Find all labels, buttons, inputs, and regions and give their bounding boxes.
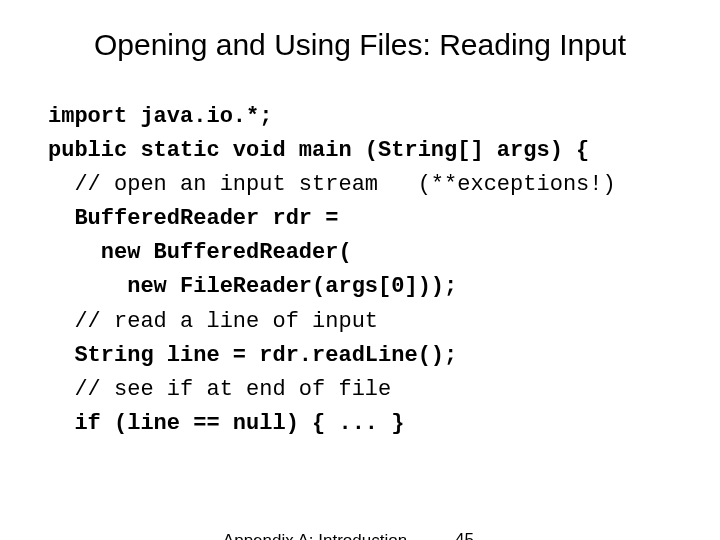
code-line: BufferedReader rdr = bbox=[48, 206, 338, 231]
code-line: import java.io.*; bbox=[48, 104, 272, 129]
slide: Opening and Using Files: Reading Input i… bbox=[0, 0, 720, 540]
page-number: 45 bbox=[455, 530, 474, 540]
code-comment: // read a line of input bbox=[48, 309, 378, 334]
code-line: public static void main (String[] args) … bbox=[48, 138, 589, 163]
code-line: String line = rdr.readLine(); bbox=[48, 343, 457, 368]
code-line: if (line == null) { ... } bbox=[48, 411, 404, 436]
code-comment: // see if at end of file bbox=[48, 377, 391, 402]
code-comment: // open an input stream (**exceptions!) bbox=[48, 172, 616, 197]
code-line: new BufferedReader( bbox=[48, 240, 352, 265]
slide-title: Opening and Using Files: Reading Input bbox=[48, 28, 672, 62]
code-block: import java.io.*; public static void mai… bbox=[48, 100, 672, 441]
footer-text: Appendix A: Introduction to Java bbox=[215, 530, 415, 540]
code-line: new FileReader(args[0])); bbox=[48, 274, 457, 299]
